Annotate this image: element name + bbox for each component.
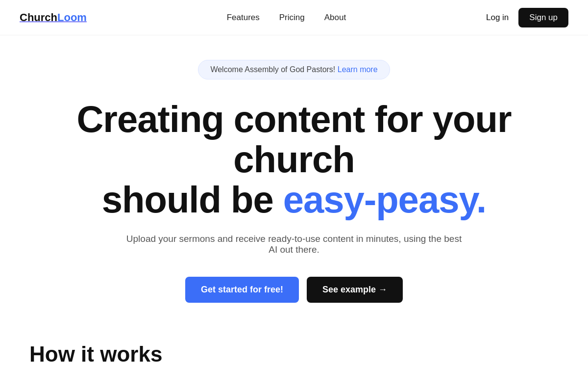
hero-subtitle: Upload your sermons and receive ready-to… [122,234,466,255]
get-started-button[interactable]: Get started for free! [185,277,299,303]
main-content: Welcome Assembly of God Pastors! Learn m… [0,35,588,368]
banner-link[interactable]: Learn more [338,65,378,74]
hero-line2-accent: easy-peasy. [283,179,486,220]
nav-actions: Log in Sign up [486,8,568,27]
navbar: ChurchLoom Features Pricing About Log in… [0,0,588,35]
how-it-works-title: How it works [29,342,559,367]
login-button[interactable]: Log in [486,13,509,23]
nav-links: Features Pricing About [227,13,346,23]
nav-pricing[interactable]: Pricing [279,13,305,23]
how-it-works-section: How it works From testing your first upl… [0,342,588,368]
nav-features[interactable]: Features [227,13,260,23]
hero-title: Creating content for your church should … [24,99,564,220]
logo[interactable]: ChurchLoom [20,11,87,24]
hero-line2-before: should be [102,179,283,220]
hero-line1: Creating content for your church [76,98,511,180]
banner-text: Welcome Assembly of God Pastors! [210,65,335,74]
welcome-banner: Welcome Assembly of God Pastors! Learn m… [198,60,390,79]
signup-button[interactable]: Sign up [518,8,568,27]
see-example-button[interactable]: See example → [307,277,403,303]
cta-group: Get started for free! See example → [185,277,403,303]
nav-about[interactable]: About [324,13,346,23]
logo-loom: Loom [57,11,87,24]
logo-church: Church [20,11,57,24]
